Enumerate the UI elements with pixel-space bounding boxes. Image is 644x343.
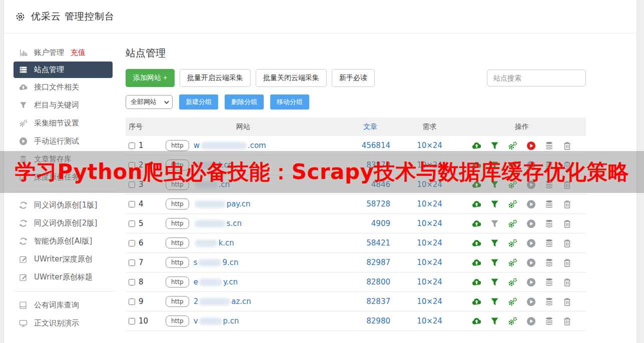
filter-icon[interactable] [490, 297, 499, 306]
settings-icon[interactable] [508, 316, 517, 326]
run-icon[interactable] [526, 316, 536, 326]
http-protocol-button[interactable]: http [166, 276, 189, 288]
batch-enable-cloud-button[interactable]: 批量开启云端采集 [180, 69, 251, 87]
row-checkbox[interactable] [129, 240, 135, 246]
sidebar-item-content-recognition[interactable]: 正文识别演示 [4, 314, 126, 332]
database-icon[interactable] [544, 238, 554, 248]
sidebar-item-uwriter-title[interactable]: UWriter原创标题 [4, 268, 126, 286]
delete-icon[interactable] [562, 316, 572, 326]
beginner-guide-button[interactable]: 新手必读 [332, 69, 375, 87]
article-count[interactable]: 82987 [321, 258, 393, 267]
run-icon[interactable] [526, 297, 536, 306]
delete-icon[interactable] [562, 238, 572, 248]
cloud-collect-icon[interactable] [472, 219, 481, 228]
http-protocol-button[interactable]: http [166, 140, 189, 151]
sidebar-item-sites[interactable]: 站点管理 [14, 62, 113, 78]
demand-value[interactable]: 10×24 [393, 200, 466, 208]
run-icon[interactable] [526, 258, 536, 268]
row-checkbox[interactable] [129, 318, 135, 324]
sidebar-item-synonym-v2[interactable]: 同义词伪原创[2版] [4, 214, 126, 232]
database-icon[interactable] [544, 141, 554, 150]
cloud-collect-icon[interactable] [472, 141, 481, 150]
sidebar-item-collect-settings[interactable]: 采集细节设置 [4, 114, 126, 132]
article-count[interactable]: 82800 [321, 278, 393, 286]
settings-icon[interactable] [508, 200, 517, 209]
run-icon[interactable] [526, 200, 536, 209]
http-protocol-button[interactable]: http [166, 218, 189, 229]
filter-icon[interactable] [490, 141, 499, 150]
site-domain[interactable]: s.cn [194, 219, 242, 228]
sidebar-item-public-dict[interactable]: 公有词库查询 [4, 296, 126, 314]
site-domain[interactable]: ey.cn [194, 278, 238, 286]
sidebar-item-account[interactable]: 账户管理 充值 [4, 44, 126, 62]
row-checkbox[interactable] [129, 220, 135, 227]
delete-icon[interactable] [562, 200, 572, 209]
recharge-link[interactable]: 充值 [71, 48, 86, 58]
sidebar-item-uwriter-deep[interactable]: UWriter深度原创 [4, 250, 126, 268]
settings-icon[interactable] [508, 278, 517, 287]
filter-icon[interactable] [490, 200, 499, 209]
article-count[interactable]: 58421 [321, 238, 393, 248]
settings-icon[interactable] [508, 141, 517, 150]
row-checkbox[interactable] [129, 279, 135, 286]
filter-icon[interactable] [490, 258, 499, 268]
database-icon[interactable] [544, 316, 554, 326]
sidebar-item-interface-files[interactable]: 接口文件相关 [4, 78, 126, 96]
site-domain[interactable]: 2az.cn [194, 297, 251, 306]
demand-value[interactable]: 10×24 [393, 238, 466, 248]
delete-icon[interactable] [562, 278, 572, 287]
http-protocol-button[interactable]: http [166, 238, 189, 248]
cloud-collect-icon[interactable] [472, 200, 481, 209]
cloud-collect-icon[interactable] [472, 238, 481, 248]
cloud-collect-icon[interactable] [472, 278, 481, 287]
site-search-input[interactable] [487, 70, 586, 86]
row-checkbox[interactable] [129, 298, 135, 305]
settings-icon[interactable] [508, 258, 517, 268]
site-domain[interactable]: s9.cn [194, 258, 239, 267]
cloud-collect-icon[interactable] [472, 297, 481, 306]
article-count[interactable]: 58728 [321, 200, 393, 208]
row-checkbox[interactable] [129, 201, 135, 208]
http-protocol-button[interactable]: http [166, 198, 189, 210]
cloud-collect-icon[interactable] [472, 258, 481, 268]
filter-icon[interactable] [490, 238, 499, 248]
article-count[interactable]: 4909 [321, 219, 393, 228]
delete-icon[interactable] [562, 141, 572, 150]
batch-disable-cloud-button[interactable]: 批量关闭云端采集 [256, 69, 327, 87]
row-checkbox[interactable] [129, 260, 135, 266]
delete-icon[interactable] [562, 219, 572, 228]
settings-icon[interactable] [508, 219, 517, 228]
delete-group-button[interactable]: 删除分组 [225, 94, 264, 110]
demand-value[interactable]: 10×24 [393, 278, 466, 286]
article-count[interactable]: 82980 [321, 316, 393, 326]
run-icon[interactable] [526, 238, 536, 248]
demand-value[interactable]: 10×24 [393, 316, 466, 326]
http-protocol-button[interactable]: http [166, 257, 189, 268]
database-icon[interactable] [544, 200, 554, 209]
http-protocol-button[interactable]: http [166, 296, 189, 307]
sidebar-item-ai-rewrite[interactable]: 智能伪原创[AI版] [4, 232, 126, 250]
row-checkbox[interactable] [129, 142, 135, 149]
demand-value[interactable]: 10×24 [393, 219, 466, 228]
sidebar-item-columns-keywords[interactable]: 栏目与关键词 [4, 96, 126, 114]
delete-icon[interactable] [562, 297, 572, 306]
article-count[interactable]: 82837 [321, 297, 393, 306]
run-icon[interactable] [526, 278, 536, 287]
site-domain[interactable]: pay.cn [194, 200, 251, 208]
site-domain[interactable]: k.cn [194, 238, 234, 248]
filter-icon[interactable] [490, 316, 499, 326]
database-icon[interactable] [544, 219, 554, 228]
delete-icon[interactable] [562, 258, 572, 268]
run-icon[interactable] [526, 219, 536, 228]
move-group-button[interactable]: 移动分组 [270, 94, 309, 110]
database-icon[interactable] [544, 278, 554, 287]
sidebar-item-manual-run[interactable]: 手动运行测试 [4, 132, 126, 150]
run-icon[interactable] [526, 141, 536, 150]
new-group-button[interactable]: 新建分组 [179, 94, 218, 110]
database-icon[interactable] [544, 297, 554, 306]
filter-icon[interactable] [490, 219, 499, 228]
settings-icon[interactable] [508, 297, 517, 306]
cloud-collect-icon[interactable] [472, 316, 481, 326]
settings-icon[interactable] [508, 238, 517, 248]
site-domain[interactable]: w.com [194, 141, 266, 150]
